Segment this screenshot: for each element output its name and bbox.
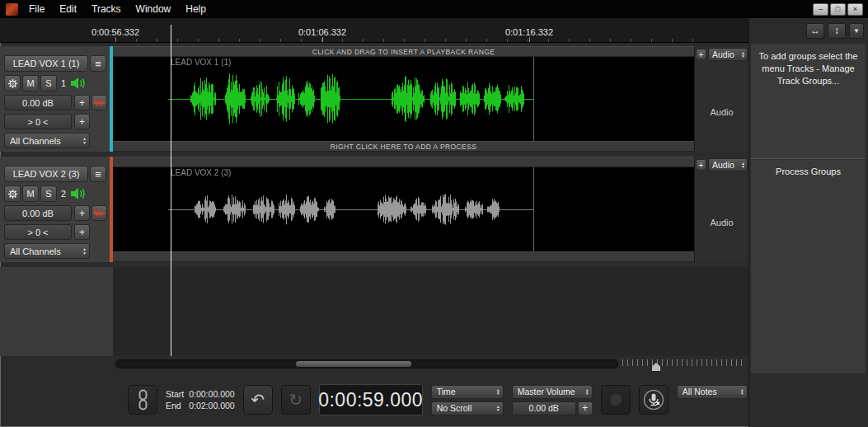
empty-track-area — [0, 267, 748, 356]
master-gain-add-button[interactable]: + — [578, 401, 593, 415]
master-volume-select[interactable]: Master Volume ▲▼ — [512, 385, 593, 399]
playhead-time-display: 0:00:59.000 — [319, 384, 423, 415]
mute-button[interactable]: M — [22, 75, 39, 92]
menu-tracks[interactable]: Tracks — [84, 1, 129, 17]
ruler-tick — [115, 37, 116, 42]
disabled-tool-button[interactable] — [601, 385, 631, 415]
panel-divider — [751, 158, 866, 160]
master-gain-field[interactable]: 0.00 dB — [512, 401, 576, 415]
sidebar-bottom-spacer — [749, 374, 868, 427]
track-grip-handle[interactable]: ≡ — [90, 166, 106, 182]
playback-range-hint[interactable] — [113, 157, 694, 167]
minimize-button[interactable]: – — [813, 3, 828, 16]
track-row: LEAD VOX 1 (1) ≡ M S 1 — [0, 46, 748, 152]
ruler-timestamp: 0:01:06.332 — [298, 27, 346, 37]
speaker-icon[interactable] — [68, 185, 88, 202]
time-format-value: Time — [437, 387, 456, 396]
track-settings-gear-icon[interactable] — [4, 75, 21, 92]
scrollbar-handle[interactable] — [296, 361, 411, 367]
horizontal-scrollbar[interactable] — [115, 359, 618, 368]
ruler-tick — [529, 37, 530, 42]
process-hint[interactable]: RIGHT CLICK HERE TO ADD A PROCESS — [113, 141, 694, 152]
playback-range-hint[interactable]: CLICK AND DRAG TO INSERT A PLAYBACK RANG… — [113, 46, 694, 57]
fit-horizontal-button[interactable]: ↔ — [806, 23, 824, 39]
master-volume-value: Master Volume — [518, 387, 575, 396]
range-start-label: Start — [166, 389, 184, 399]
add-bus-button[interactable]: + — [696, 159, 706, 171]
playback-range-display: Start 0:00:00.000 End 0:02:00.000 — [166, 389, 235, 411]
fit-vertical-button[interactable]: ↕ — [828, 23, 846, 39]
menu-help[interactable]: Help — [178, 1, 213, 17]
transport-bar: Start 0:00:00.000 End 0:02:00.000 ↶ ↻ 0:… — [0, 373, 748, 427]
bus-value: Audio — [712, 49, 734, 59]
process-hint[interactable] — [113, 251, 694, 262]
mute-button[interactable]: M — [22, 185, 39, 202]
speaker-icon[interactable] — [68, 75, 88, 92]
menu-edit[interactable]: Edit — [52, 1, 84, 17]
notes-value: All Notes — [683, 387, 717, 396]
routing-label: Audio — [695, 218, 748, 228]
solo-button[interactable]: S — [40, 185, 57, 202]
window-controls: – □ × — [813, 3, 866, 16]
pan-add-button[interactable]: + — [74, 224, 90, 240]
spinner-icon: ▲▼ — [740, 388, 744, 396]
spinner-icon: ▲▼ — [741, 51, 745, 59]
add-bus-button[interactable]: + — [696, 49, 706, 60]
track-grip-handle[interactable]: ≡ — [90, 55, 106, 72]
clip-lane[interactable]: LEAD VOX 1 (1) — [113, 57, 694, 141]
channels-select[interactable]: All Channels ▲▼ — [4, 133, 90, 148]
view-buttons: ↔ ↕ ▼ — [749, 18, 868, 43]
pan-field[interactable]: > 0 < — [4, 224, 72, 240]
track-header: LEAD VOX 2 (3) ≡ M S 2 — [0, 157, 110, 262]
gain-envelope-icon[interactable] — [91, 95, 107, 110]
track-number: 1 — [61, 78, 66, 88]
ruler-tick — [322, 37, 323, 42]
timeline-ruler[interactable]: 0:00:56.332 0:01:06.332 0:01:16.332 — [0, 18, 748, 43]
undo-button[interactable]: ↶ — [243, 385, 273, 415]
scroll-mode-select[interactable]: No Scroll ▲▼ — [431, 401, 504, 415]
panel-menu-button[interactable]: ▼ — [849, 23, 864, 39]
zoom-slider[interactable] — [622, 357, 746, 372]
ruler-timestamp: 0:01:16.332 — [505, 27, 553, 37]
notes-select[interactable]: All Notes ▲▼ — [677, 385, 748, 399]
playhead-cursor[interactable] — [171, 25, 171, 356]
range-start-value: 0:00:00.000 — [189, 389, 234, 399]
pan-field[interactable]: > 0 < — [4, 114, 72, 129]
audio-clip[interactable]: LEAD VOX 1 (1) — [168, 57, 534, 141]
redo-button[interactable]: ↻ — [281, 385, 311, 415]
maximize-button[interactable]: □ — [830, 3, 846, 16]
spinner-icon: ▲▼ — [496, 405, 500, 412]
spinner-icon: ▲▼ — [496, 388, 500, 396]
gain-envelope-icon[interactable] — [91, 205, 107, 221]
track-settings-gear-icon[interactable] — [4, 185, 21, 202]
routing-label: Audio — [695, 107, 748, 117]
bus-select[interactable]: Audio ▲▼ — [708, 48, 748, 61]
audio-clip[interactable]: LEAD VOX 2 (3) — [168, 167, 534, 251]
gain-field[interactable]: 0.00 dB — [4, 95, 72, 110]
zoom-ticks — [622, 359, 746, 366]
menu-window[interactable]: Window — [129, 1, 179, 17]
channels-select[interactable]: All Channels ▲▼ — [4, 243, 90, 259]
spinner-icon: ▲▼ — [585, 388, 589, 396]
close-button[interactable]: × — [847, 3, 863, 16]
spinner-icon: ▲▼ — [82, 137, 87, 144]
gain-field[interactable]: 0.00 dB — [4, 205, 72, 221]
track-row: LEAD VOX 2 (3) ≡ M S 2 — [0, 157, 748, 262]
dim-circle-icon — [610, 394, 622, 406]
time-format-select[interactable]: Time ▲▼ — [431, 385, 504, 399]
mic-mute-button[interactable] — [639, 385, 669, 415]
spinner-icon: ▲▼ — [82, 247, 87, 255]
bus-select[interactable]: Audio ▲▼ — [708, 158, 748, 171]
gain-add-button[interactable]: + — [74, 95, 90, 110]
menu-file[interactable]: File — [21, 1, 52, 17]
link-range-button[interactable] — [128, 385, 157, 415]
channels-value: All Channels — [10, 246, 61, 256]
empty-header-area — [0, 267, 113, 356]
groups-panel: To add groups select the menu Tracks - M… — [750, 43, 866, 374]
gain-add-button[interactable]: + — [74, 205, 90, 221]
track-name-button[interactable]: LEAD VOX 1 (1) — [4, 55, 88, 72]
clip-lane[interactable]: LEAD VOX 2 (3) — [113, 167, 694, 251]
track-name-button[interactable]: LEAD VOX 2 (3) — [4, 166, 88, 182]
pan-add-button[interactable]: + — [74, 114, 90, 129]
solo-button[interactable]: S — [40, 75, 57, 92]
